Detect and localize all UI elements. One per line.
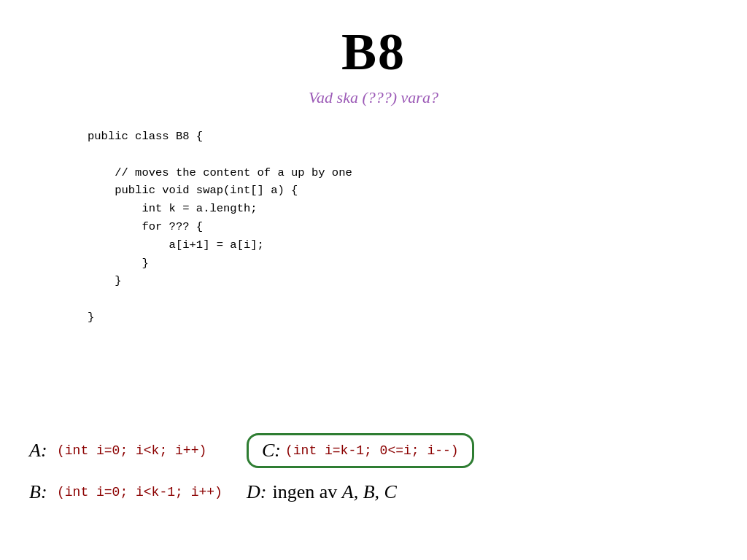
answer-c-label: C: — [262, 440, 281, 462]
code-line-3: // moves the content of a up by one — [88, 164, 747, 182]
answers-row-ac: A: (int i=0; i<k; i++) C: (int i=k-1; 0<… — [29, 433, 718, 468]
code-line-8: } — [88, 254, 747, 273]
answer-d-wrapper: D: ingen av A, B, C — [247, 481, 397, 503]
answers-row-bd: B: (int i=0; i<k-1; i++) D: ingen av A, … — [29, 481, 718, 503]
answer-d-text: ingen av A, B, C — [272, 481, 396, 503]
page-title: B8 — [0, 0, 747, 82]
code-line-4: public void swap(int[] a) { — [88, 182, 747, 200]
code-block: public class B8 { // moves the content o… — [88, 128, 747, 327]
answer-d-italic: A, B, C — [342, 481, 397, 502]
answers-section: A: (int i=0; i<k; i++) C: (int i=k-1; 0<… — [29, 433, 718, 516]
answer-b-label: B: — [29, 481, 51, 503]
code-line-11: } — [88, 308, 747, 327]
subtitle: Vad ska (???) vara? — [0, 88, 747, 107]
answer-c-code: (int i=k-1; 0<=i; i--) — [285, 443, 459, 458]
answer-a-code: (int i=0; i<k; i++) — [57, 443, 225, 458]
page: B8 Vad ska (???) vara? public class B8 {… — [0, 0, 747, 560]
answer-b-code: (int i=0; i<k-1; i++) — [57, 485, 225, 499]
answer-a-label: A: — [29, 440, 51, 462]
code-line-2 — [88, 146, 747, 164]
code-line-9: } — [88, 272, 747, 290]
code-line-6: for ??? { — [88, 218, 747, 236]
answer-d-prefix: ingen av — [272, 481, 341, 502]
code-line-10 — [88, 290, 747, 308]
answer-d-label: D: — [247, 481, 266, 503]
answer-c-wrapper: C: (int i=k-1; 0<=i; i--) — [247, 433, 474, 468]
code-line-7: a[i+1] = a[i]; — [88, 236, 747, 254]
code-line-5: int k = a.length; — [88, 200, 747, 218]
code-line-1: public class B8 { — [88, 128, 747, 146]
